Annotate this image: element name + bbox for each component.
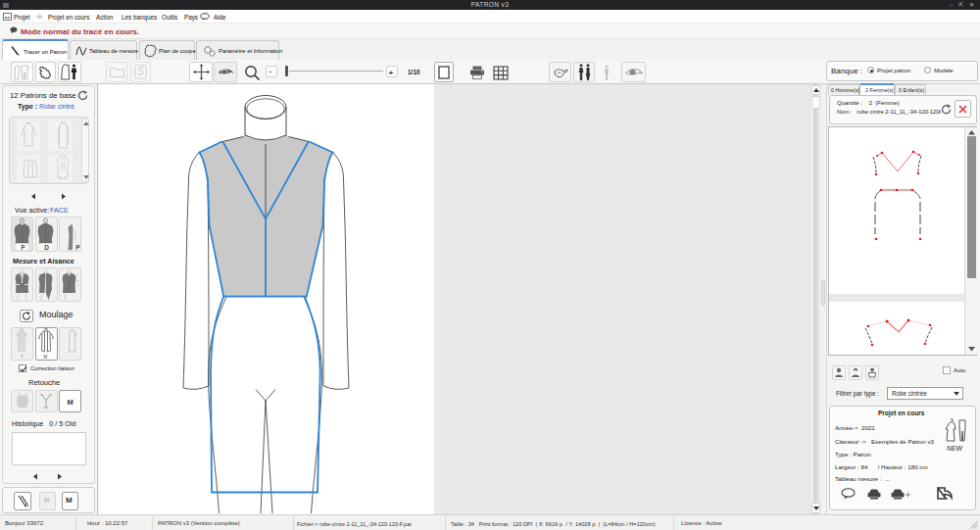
svg-text:F: F bbox=[22, 244, 25, 251]
svg-text:T: T bbox=[21, 355, 24, 360]
svg-text:M: M bbox=[44, 355, 48, 360]
svg-text:P: P bbox=[75, 244, 80, 251]
svg-text:M: M bbox=[67, 398, 73, 407]
svg-text:D: D bbox=[44, 244, 49, 251]
